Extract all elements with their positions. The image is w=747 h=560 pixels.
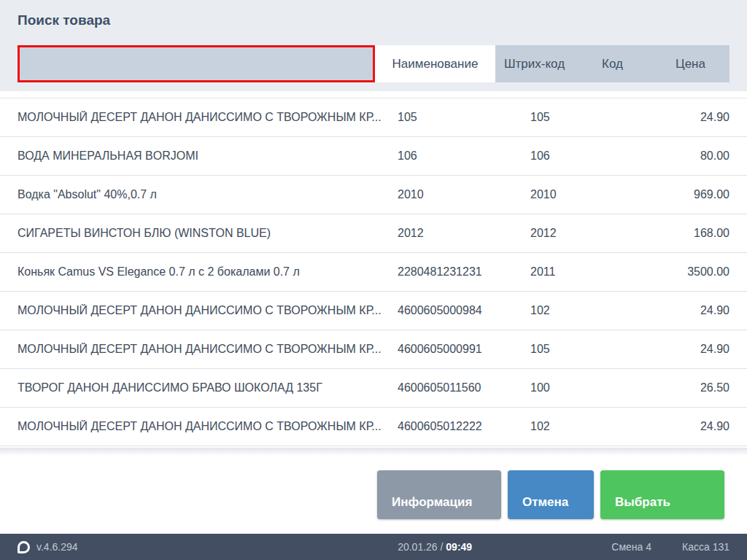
product-code: 106 <box>530 149 662 163</box>
product-name: МОЛОЧНЫЙ ДЕСЕРТ ДАНОН ДАНИССИМО С ТВОРОЖ… <box>18 111 398 124</box>
product-name: ВОДА МИНЕРАЛЬНАЯ BORJOMI <box>18 149 398 163</box>
product-price: 168.00 <box>662 227 729 240</box>
product-code: 105 <box>530 111 662 124</box>
table-row[interactable]: МОЛОЧНЫЙ ДЕСЕРТ ДАНОН ДАНИССИМО С ТВОРОЖ… <box>0 408 747 446</box>
status-time: 09:49 <box>446 541 472 553</box>
search-mode-tabs: Наименование Штрих-код Код Цена <box>375 45 729 82</box>
status-date: 20.01.26 <box>398 541 438 553</box>
product-price: 24.90 <box>662 111 729 124</box>
app-version: v.4.6.294 <box>36 541 78 553</box>
product-search-screen: Поиск товара Наименование Штрих-код Код … <box>0 0 747 560</box>
status-left: v.4.6.294 <box>18 541 258 553</box>
select-button[interactable]: Выбрать <box>600 470 724 519</box>
search-controls: Наименование Штрих-код Код Цена <box>18 45 729 82</box>
product-code: 2011 <box>530 265 662 279</box>
tab-code[interactable]: Код <box>573 45 651 82</box>
tab-name[interactable]: Наименование <box>375 45 495 82</box>
product-name: МОЛОЧНЫЙ ДЕСЕРТ ДАНОН ДАНИССИМО С ТВОРОЖ… <box>18 343 398 356</box>
product-barcode: 2010 <box>398 188 530 201</box>
product-name: МОЛОЧНЫЙ ДЕСЕРТ ДАНОН ДАНИССИМО С ТВОРОЖ… <box>18 304 398 317</box>
product-price: 24.90 <box>662 420 729 433</box>
product-code: 102 <box>530 420 662 433</box>
product-barcode: 106 <box>398 149 530 163</box>
product-price: 3500.00 <box>662 265 729 279</box>
table-row[interactable]: МОЛОЧНЫЙ ДЕСЕРТ ДАНОН ДАНИССИМО С ТВОРОЖ… <box>0 98 747 137</box>
product-code: 102 <box>530 304 662 317</box>
product-barcode: 4600605000984 <box>398 304 530 317</box>
product-table: МОЛОЧНЫЙ ДЕСЕРТ ДАНОН ДАНИССИМО С ТВОРОЖ… <box>0 98 747 446</box>
product-barcode: 2280481231231 <box>398 265 530 279</box>
product-code: 105 <box>530 343 662 356</box>
status-bar: v.4.6.294 20.01.26 / 09:49 Смена 4 Касса… <box>0 534 747 560</box>
cancel-button[interactable]: Отмена <box>508 470 594 519</box>
table-row[interactable]: ТВОРОГ ДАНОН ДАНИССИМО БРАВО ШОКОЛАД 135… <box>0 369 747 408</box>
product-name: СИГАРЕТЫ ВИНСТОН БЛЮ (WINSTON BLUE) <box>18 227 398 240</box>
page-title: Поиск товара <box>18 12 110 28</box>
product-barcode: 4600605012222 <box>398 420 530 433</box>
status-datetime: 20.01.26 / 09:49 <box>258 541 611 553</box>
table-row[interactable]: МОЛОЧНЫЙ ДЕСЕРТ ДАНОН ДАНИССИМО С ТВОРОЖ… <box>0 292 747 330</box>
product-name: МОЛОЧНЫЙ ДЕСЕРТ ДАНОН ДАНИССИМО С ТВОРОЖ… <box>18 420 398 433</box>
register-label: Касса 131 <box>682 541 729 553</box>
product-code: 2012 <box>530 227 662 240</box>
status-separator: / <box>441 541 444 553</box>
product-code: 2010 <box>530 188 662 201</box>
tab-price[interactable]: Цена <box>651 45 729 82</box>
table-row[interactable]: Водка "Absolut" 40%,0.7 л 2010 2010 969.… <box>0 176 747 214</box>
table-row[interactable]: ВОДА МИНЕРАЛЬНАЯ BORJOMI 106 106 80.00 <box>0 137 747 176</box>
product-price: 24.90 <box>662 343 729 356</box>
product-barcode: 105 <box>398 111 530 124</box>
product-name: ТВОРОГ ДАНОН ДАНИССИМО БРАВО ШОКОЛАД 135… <box>18 381 398 394</box>
product-code: 100 <box>530 381 662 394</box>
table-row[interactable]: МОЛОЧНЫЙ ДЕСЕРТ ДАНОН ДАНИССИМО С ТВОРОЖ… <box>0 330 747 369</box>
product-name: Водка "Absolut" 40%,0.7 л <box>18 188 398 201</box>
action-buttons: Информация Отмена Выбрать <box>377 470 724 519</box>
tab-barcode[interactable]: Штрих-код <box>495 45 573 82</box>
product-price: 26.50 <box>662 381 729 394</box>
table-row[interactable]: Коньяк Camus VS Elegance 0.7 л с 2 бокал… <box>0 253 747 292</box>
product-barcode: 4600605011560 <box>398 381 530 394</box>
search-input[interactable] <box>18 45 375 82</box>
product-name: Коньяк Camus VS Elegance 0.7 л с 2 бокал… <box>18 265 398 279</box>
top-panel: Поиск товара Наименование Штрих-код Код … <box>0 0 747 91</box>
app-logo-icon <box>18 541 30 553</box>
product-price: 969.00 <box>662 188 729 201</box>
product-price: 24.90 <box>662 304 729 317</box>
shift-label: Смена 4 <box>611 541 651 553</box>
table-row[interactable]: СИГАРЕТЫ ВИНСТОН БЛЮ (WINSTON BLUE) 2012… <box>0 214 747 253</box>
product-price: 80.00 <box>662 149 729 163</box>
information-button[interactable]: Информация <box>377 470 501 519</box>
status-right: Смена 4 Касса 131 <box>611 541 729 553</box>
product-barcode: 2012 <box>398 227 530 240</box>
table-bottom-shadow <box>0 448 747 455</box>
product-barcode: 4600605000991 <box>398 343 530 356</box>
